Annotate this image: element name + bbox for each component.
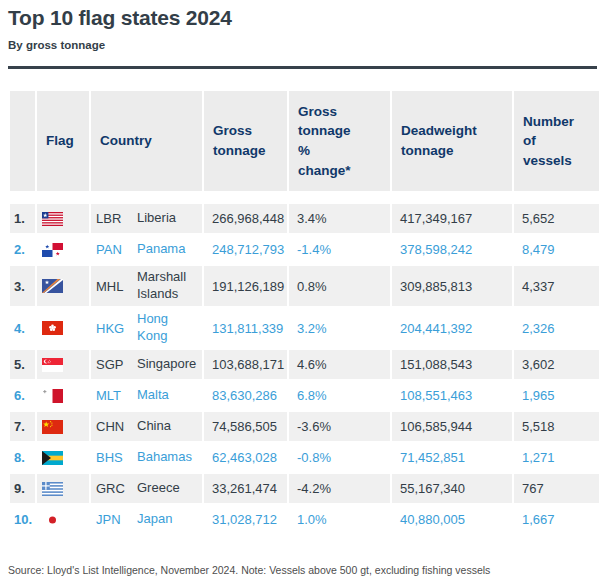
gt-change-cell: -0.8% xyxy=(288,442,391,473)
table-row: 9. GRCGreece 33,261,474 -4.2% 55,167,340… xyxy=(9,473,600,504)
country-code: JPN xyxy=(96,512,137,527)
vessels-cell: 1,965 xyxy=(513,380,600,411)
country-code: MHL xyxy=(96,279,137,294)
country-name: Bahamas xyxy=(137,449,199,466)
liberia-flag-icon xyxy=(42,212,63,226)
hong-kong-flag-icon xyxy=(42,321,63,335)
column-header-gt-change: Gross tonnage % change* xyxy=(288,90,391,192)
gt-change-cell: 4.6% xyxy=(288,349,391,380)
flag-cell xyxy=(36,203,90,234)
rank-cell: 5. xyxy=(9,349,36,380)
flag-cell xyxy=(36,265,90,307)
country-name: China xyxy=(137,418,199,435)
flag-cell xyxy=(36,349,90,380)
source-note: Source: Lloyd's List Intelligence, Novem… xyxy=(8,562,597,579)
gt-change-cell: 0.8% xyxy=(288,265,391,307)
deadweight-cell: 378,598,242 xyxy=(391,234,513,265)
page-title: Top 10 flag states 2024 xyxy=(8,6,597,30)
flag-cell xyxy=(36,442,90,473)
gt-change-cell: -1.4% xyxy=(288,234,391,265)
country-name: Malta xyxy=(137,387,199,404)
china-flag-icon xyxy=(42,420,63,434)
rank-cell: 1. xyxy=(9,203,36,234)
rank-cell: 3. xyxy=(9,265,36,307)
flag-cell xyxy=(36,234,90,265)
vessels-cell: 5,518 xyxy=(513,411,600,442)
flag-cell xyxy=(36,307,90,349)
country-cell: MLTMalta xyxy=(90,380,203,411)
country-cell: JPNJapan xyxy=(90,504,203,535)
rank-cell: 4. xyxy=(9,307,36,349)
country-cell: PANPanama xyxy=(90,234,203,265)
rank-cell: 9. xyxy=(9,473,36,504)
country-code: CHN xyxy=(96,419,137,434)
flag-cell xyxy=(36,380,90,411)
country-name: Japan xyxy=(137,511,199,528)
vessels-cell: 8,479 xyxy=(513,234,600,265)
deadweight-cell: 71,452,851 xyxy=(391,442,513,473)
country-name: Singapore xyxy=(137,356,199,373)
column-header-vessels: Number of vessels xyxy=(513,90,600,192)
deadweight-cell: 55,167,340 xyxy=(391,473,513,504)
gross-tonnage-cell: 266,968,448 xyxy=(203,203,288,234)
country-name: Greece xyxy=(137,480,199,497)
vessels-cell: 1,667 xyxy=(513,504,600,535)
column-header-rank xyxy=(9,90,36,192)
country-cell: GRCGreece xyxy=(90,473,203,504)
vessels-cell: 4,337 xyxy=(513,265,600,307)
rank-cell: 7. xyxy=(9,411,36,442)
flag-states-table: Flag Country Gross tonnage Gross tonnage… xyxy=(8,89,600,536)
country-code: GRC xyxy=(96,481,137,496)
country-name: Liberia xyxy=(137,210,199,227)
country-cell: SGPSingapore xyxy=(90,349,203,380)
marshall-islands-flag-icon xyxy=(42,279,63,293)
gross-tonnage-cell: 103,688,171 xyxy=(203,349,288,380)
column-header-deadweight: Deadweight tonnage xyxy=(391,90,513,192)
country-cell: MHLMarshall Islands xyxy=(90,265,203,307)
country-name: Hong Kong xyxy=(137,311,199,345)
deadweight-cell: 204,441,392 xyxy=(391,307,513,349)
table-row: 8. BHSBahamas 62,463,028 -0.8% 71,452,85… xyxy=(9,442,600,473)
rank-cell: 2. xyxy=(9,234,36,265)
page-subtitle: By gross tonnage xyxy=(8,39,597,51)
column-header-country: Country xyxy=(90,90,203,192)
gt-change-cell: 6.8% xyxy=(288,380,391,411)
gross-tonnage-cell: 191,126,189 xyxy=(203,265,288,307)
gross-tonnage-cell: 62,463,028 xyxy=(203,442,288,473)
country-cell: HKGHong Kong xyxy=(90,307,203,349)
country-code: BHS xyxy=(96,450,137,465)
country-name: Marshall Islands xyxy=(137,269,199,303)
table-row: 5. SGPSingapore 103,688,171 4.6% 151,088… xyxy=(9,349,600,380)
gross-tonnage-cell: 248,712,793 xyxy=(203,234,288,265)
deadweight-cell: 151,088,543 xyxy=(391,349,513,380)
gt-change-cell: 3.4% xyxy=(288,203,391,234)
divider xyxy=(8,66,597,69)
table-row: 6. MLTMalta 83,630,286 6.8% 108,551,463 … xyxy=(9,380,600,411)
deadweight-cell: 40,880,005 xyxy=(391,504,513,535)
flag-cell xyxy=(36,504,90,535)
vessels-cell: 1,271 xyxy=(513,442,600,473)
vessels-cell: 767 xyxy=(513,473,600,504)
bahamas-flag-icon xyxy=(42,451,63,465)
vessels-cell: 2,326 xyxy=(513,307,600,349)
footer: Source: Lloyd's List Intelligence, Novem… xyxy=(8,562,597,581)
gross-tonnage-cell: 33,261,474 xyxy=(203,473,288,504)
country-code: HKG xyxy=(96,321,137,336)
panama-flag-icon xyxy=(42,243,63,257)
table-row: 10. JPNJapan 31,028,712 1.0% 40,880,005 … xyxy=(9,504,600,535)
flag-cell xyxy=(36,473,90,504)
greece-flag-icon xyxy=(42,482,63,496)
flag-cell xyxy=(36,411,90,442)
rank-cell: 8. xyxy=(9,442,36,473)
country-code: PAN xyxy=(96,242,137,257)
japan-flag-icon xyxy=(42,513,63,527)
gt-change-cell: -3.6% xyxy=(288,411,391,442)
country-code: SGP xyxy=(96,357,137,372)
deadweight-cell: 106,585,944 xyxy=(391,411,513,442)
table-row: 7. CHNChina 74,586,505 -3.6% 106,585,944… xyxy=(9,411,600,442)
country-code: MLT xyxy=(96,388,137,403)
gt-change-cell: 3.2% xyxy=(288,307,391,349)
gt-change-cell: 1.0% xyxy=(288,504,391,535)
infographic: Top 10 flag states 2024 By gross tonnage… xyxy=(0,0,600,581)
country-cell: CHNChina xyxy=(90,411,203,442)
